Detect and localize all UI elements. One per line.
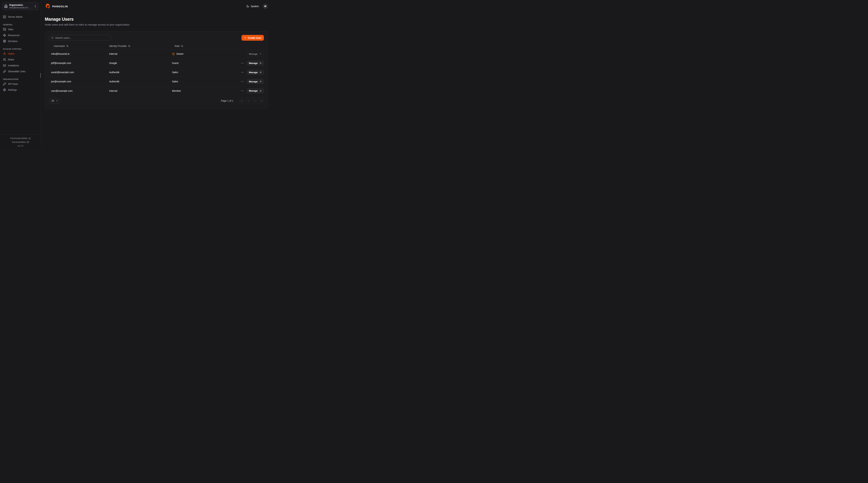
users-table: Username Identity Provider Role milo@f — [49, 43, 264, 95]
crown-icon — [172, 53, 175, 55]
role-cell: Sales — [172, 71, 234, 74]
row-menu-button[interactable] — [240, 61, 245, 65]
brand: PANGOLIN — [45, 3, 68, 9]
sort-icon — [128, 45, 130, 47]
sidebar-item-label: Users — [8, 52, 14, 55]
table-body: milo@fossorial.io Internal Owner Manage … — [49, 49, 264, 95]
sidebar-item-settings[interactable]: Settings — [2, 87, 38, 93]
manage-button-label: Manage — [249, 53, 258, 55]
table-row: joe@example.com Authentik Sales Manage — [49, 77, 264, 86]
last-page-button[interactable] — [259, 98, 264, 103]
first-page-button[interactable] — [239, 98, 244, 103]
manage-button-label: Manage — [249, 71, 258, 74]
sidebar-item-label: Invitations — [8, 64, 19, 67]
role-label: Member — [172, 89, 181, 92]
sidebar-item-label: Server Admin — [8, 16, 23, 18]
ellipsis-icon — [241, 71, 244, 74]
server-icon — [3, 15, 6, 19]
column-label: Username — [54, 45, 65, 48]
avatar[interactable]: M — [262, 4, 268, 9]
sidebar-item-sites[interactable]: Sites — [2, 26, 38, 32]
sidebar-item-resources[interactable]: Resources — [2, 32, 38, 38]
combine-icon — [3, 28, 6, 31]
role-cell: Owner — [172, 53, 234, 55]
sidebar-item-domains[interactable]: Domains — [2, 38, 38, 44]
sidebar-item-shareable-links[interactable]: Shareable Links — [2, 68, 38, 74]
sort-icon — [66, 45, 69, 47]
section-title-access-control: ACCESS CONTROL — [3, 48, 38, 50]
gear-icon — [3, 88, 6, 91]
role-cell: Member — [172, 89, 234, 92]
create-user-label: Create User — [248, 36, 261, 39]
key-icon — [3, 82, 6, 85]
column-header-identity-provider[interactable]: Identity Provider — [109, 45, 172, 48]
column-label: Role — [175, 45, 180, 48]
search-input[interactable] — [49, 35, 111, 41]
page-size-select[interactable]: 20 — [49, 98, 60, 103]
community-edition-link[interactable]: Community Edition — [1, 136, 39, 140]
sidebar-item-invitations[interactable]: Invitations — [2, 62, 38, 68]
waypoints-icon — [3, 34, 6, 37]
chevrons-up-down-icon — [34, 5, 37, 8]
chevron-down-icon — [56, 100, 58, 102]
ellipsis-icon — [241, 89, 244, 92]
sidebar-item-label: Sites — [8, 28, 13, 31]
row-menu-button[interactable] — [240, 89, 245, 93]
sort-icon — [181, 45, 183, 47]
manage-button[interactable]: Manage — [247, 70, 264, 75]
ticket-check-icon — [3, 64, 6, 67]
sidebar-item-api-keys[interactable]: API Keys — [2, 81, 38, 87]
documentation-link[interactable]: Documentation — [1, 140, 39, 144]
column-header-role[interactable]: Role — [172, 45, 234, 48]
chevrons-right-icon — [260, 100, 263, 102]
brand-name: PANGOLIN — [52, 5, 68, 8]
book-open-icon — [27, 141, 29, 143]
sidebar-item-label: Resources — [8, 34, 20, 37]
row-menu-button[interactable] — [240, 79, 245, 84]
username-cell: sarah@example.com — [49, 71, 109, 74]
role-cell: Guest — [172, 62, 234, 64]
role-label: Sales — [172, 71, 178, 74]
ellipsis-icon — [241, 62, 244, 65]
version-label: v1.7.0 — [1, 144, 39, 148]
manage-button-label: Manage — [249, 80, 258, 83]
plus-icon — [244, 36, 247, 39]
column-header-username[interactable]: Username — [49, 45, 109, 48]
manage-button[interactable]: Manage — [247, 88, 264, 93]
user-icon — [3, 52, 6, 55]
table-row: milo@fossorial.io Internal Owner Manage — [49, 49, 264, 59]
role-label: Owner — [176, 53, 184, 55]
table-header: Username Identity Provider Role — [49, 43, 264, 49]
sidebar-item-server-admin[interactable]: Server Admin — [2, 14, 38, 20]
username-cell: milo@fossorial.io — [49, 53, 109, 55]
identity-provider-cell: Internal — [109, 53, 172, 55]
row-menu-button[interactable] — [240, 70, 245, 75]
table-row: jeff@example.com Google Guest Manage — [49, 59, 264, 68]
community-edition-label: Community Edition — [10, 136, 28, 140]
sidebar-item-users[interactable]: Users — [2, 51, 38, 57]
manage-button[interactable]: Manage — [247, 61, 264, 65]
sidebar-item-label: Domains — [8, 40, 18, 42]
search-icon — [51, 36, 54, 39]
page-head: Manage Users Invite users and add them t… — [45, 17, 268, 26]
org-switcher-label: Organization — [9, 4, 32, 6]
users-card: Create User Username Identity Provider R… — [45, 31, 268, 109]
theme-toggle-button[interactable]: System — [246, 5, 259, 8]
section-title-general: GENERAL — [3, 24, 38, 26]
table-row: cam@example.com Internal Member Manage — [49, 86, 264, 95]
role-cell: Sales — [172, 80, 234, 83]
manage-button[interactable]: Manage — [247, 51, 264, 56]
sidebar-scrollbar-thumb[interactable] — [40, 73, 41, 78]
identity-provider-cell: Google — [109, 62, 172, 64]
previous-page-button[interactable] — [246, 98, 251, 103]
column-label: Identity Provider — [109, 45, 127, 48]
username-cell: joe@example.com — [49, 80, 109, 83]
create-user-button[interactable]: Create User — [242, 35, 264, 41]
org-switcher[interactable]: Organization milo@fossorial.io's ... — [2, 2, 38, 10]
manage-button[interactable]: Manage — [247, 79, 264, 84]
next-page-button[interactable] — [252, 98, 257, 103]
building-icon — [4, 4, 8, 8]
sidebar-item-label: API Keys — [8, 83, 18, 85]
sidebar-item-roles[interactable]: Roles — [2, 57, 38, 62]
chevrons-left-icon — [241, 100, 243, 102]
